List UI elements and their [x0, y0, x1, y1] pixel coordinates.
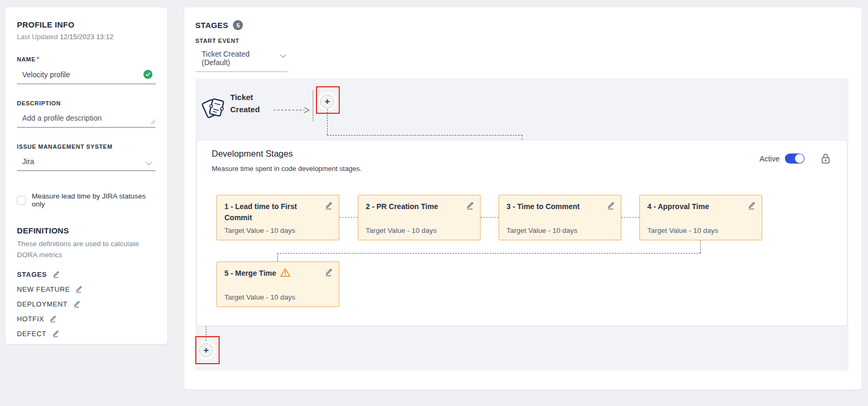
description-label: DESCRIPTION [17, 100, 156, 106]
start-event-value[interactable]: Ticket Created (Default) [202, 50, 250, 67]
last-updated: Last Updated 12/15/2023 13:12 [17, 33, 156, 41]
name-input[interactable]: Velocity profile [22, 70, 70, 79]
toggle-knob [795, 154, 804, 163]
lead-time-checkbox[interactable] [17, 196, 26, 205]
stages-main-panel: STAGES 5 START EVENT Ticket Created (Def… [184, 7, 862, 390]
name-field[interactable]: Velocity profile [17, 67, 156, 84]
development-stages-title: Development Stages [212, 149, 293, 159]
definitions-item-hotfix: HOTFIX [17, 315, 156, 323]
edit-icon[interactable] [73, 300, 80, 308]
profile-sidebar: PROFILE INFO Last Updated 12/15/2023 13:… [5, 7, 167, 344]
lock-icon [821, 153, 830, 164]
stage-card-target: Target Value - 10 days [507, 227, 577, 234]
flow-arrow-icon [274, 106, 311, 115]
active-label: Active [760, 155, 780, 163]
connector-line [621, 217, 639, 218]
stage-card-target: Target Value - 10 days [224, 227, 295, 234]
edit-stage-icon[interactable] [606, 201, 615, 212]
resize-handle-icon[interactable] [150, 118, 156, 126]
definitions-item-deployment-label: DEPLOYMENT [17, 300, 68, 308]
edit-stage-icon[interactable] [747, 201, 756, 212]
stage-count-badge: 5 [233, 20, 243, 30]
name-label: NAME* [17, 56, 156, 63]
definitions-item-new-feature: NEW FEATURE [17, 285, 156, 293]
chevron-down-icon [280, 51, 286, 60]
required-asterisk: * [37, 56, 39, 63]
ims-label: ISSUE MANAGEMENT SYSTEM [17, 143, 156, 150]
stages-canvas: Ticket Created + Development Stages Meas… [195, 78, 848, 371]
lead-time-checkbox-label: Measure lead time by JIRA statuses only [32, 192, 156, 208]
stage-card-3[interactable]: 3 - Time to Comment Target Value - 10 da… [499, 195, 621, 240]
stage-card-title: 1 - Lead time to First Commit [224, 201, 331, 223]
edit-stage-icon[interactable] [465, 201, 474, 212]
start-node-label: Ticket Created [230, 91, 272, 115]
stage-card-title: 2 - PR Creation Time [366, 201, 473, 212]
development-stages-panel: Development Stages Measure time spent in… [196, 140, 847, 326]
connector-line [277, 253, 278, 261]
definitions-item-defect: DEFECT [17, 330, 156, 338]
stage-card-title: 3 - Time to Comment [507, 201, 613, 212]
start-event-select[interactable]: Ticket Created (Default) [195, 46, 288, 72]
definitions-item-stages: STAGES [17, 270, 156, 278]
ticket-icon [202, 94, 226, 124]
connector-line [277, 253, 701, 254]
warning-icon [280, 268, 291, 281]
profile-info-title: PROFILE INFO [17, 20, 156, 29]
definitions-item-defect-label: DEFECT [17, 330, 47, 338]
edit-icon[interactable] [52, 270, 60, 278]
stage-card-1[interactable]: 1 - Lead time to First Commit Target Val… [216, 195, 339, 240]
description-input[interactable]: Add a profile description [22, 114, 102, 122]
lead-time-checkbox-row: Measure lead time by JIRA statuses only [17, 192, 156, 208]
active-toggle-row: Active [760, 153, 830, 164]
stage-card-title: 5 - Merge Time [224, 268, 331, 281]
connector-line [327, 109, 328, 135]
ims-select[interactable]: Jira [17, 154, 156, 171]
chevron-down-icon [146, 159, 152, 167]
edit-icon[interactable] [51, 330, 59, 338]
definitions-item-hotfix-label: HOTFIX [17, 315, 44, 323]
edit-icon[interactable] [49, 315, 57, 323]
definitions-title: DEFINITIONS [17, 226, 156, 235]
definitions-subtitle: These definitions are used to calculate … [17, 239, 150, 261]
edit-icon[interactable] [75, 285, 83, 293]
last-updated-label: Last Updated [17, 33, 58, 41]
name-label-text: NAME [17, 56, 35, 62]
add-stage-button-top[interactable]: + [320, 94, 334, 109]
development-stages-subtitle: Measure time spent in code development s… [212, 165, 361, 173]
start-event-label: START EVENT [195, 38, 862, 44]
stage-card-5[interactable]: 5 - Merge Time Target Value - 10 days [216, 261, 339, 307]
connector-line [327, 135, 522, 136]
connector-line [700, 240, 701, 253]
active-toggle[interactable] [785, 154, 804, 164]
check-circle-icon [143, 70, 152, 79]
plus-icon: + [204, 345, 209, 356]
stage-card-4[interactable]: 4 - Approval Time Target Value - 10 days [639, 195, 762, 240]
stage-card-2[interactable]: 2 - PR Creation Time Target Value - 10 d… [358, 195, 481, 240]
add-stage-button-bottom[interactable]: + [199, 343, 213, 357]
definitions-item-new-feature-label: NEW FEATURE [17, 285, 70, 293]
stage-card-title-text: 5 - Merge Time [224, 269, 276, 277]
stage-card-target: Target Value - 10 days [224, 293, 295, 301]
connector-line [481, 217, 499, 218]
definitions-item-deployment: DEPLOYMENT [17, 300, 156, 308]
stage-card-target: Target Value - 10 days [647, 227, 718, 234]
edit-stage-icon[interactable] [324, 201, 333, 212]
stage-card-title: 4 - Approval Time [647, 201, 754, 212]
flow-divider-line [313, 90, 313, 122]
plus-icon: + [325, 96, 330, 107]
last-updated-value: 12/15/2023 13:12 [60, 33, 113, 41]
stages-title: STAGES [195, 21, 228, 30]
stage-card-target: Target Value - 10 days [366, 227, 437, 234]
edit-stage-icon[interactable] [324, 268, 333, 279]
connector-line [522, 135, 522, 140]
connector-line [339, 217, 358, 218]
description-field[interactable]: Add a profile description [17, 111, 156, 128]
definitions-item-stages-label: STAGES [17, 270, 47, 278]
ims-value[interactable]: Jira [22, 157, 34, 166]
